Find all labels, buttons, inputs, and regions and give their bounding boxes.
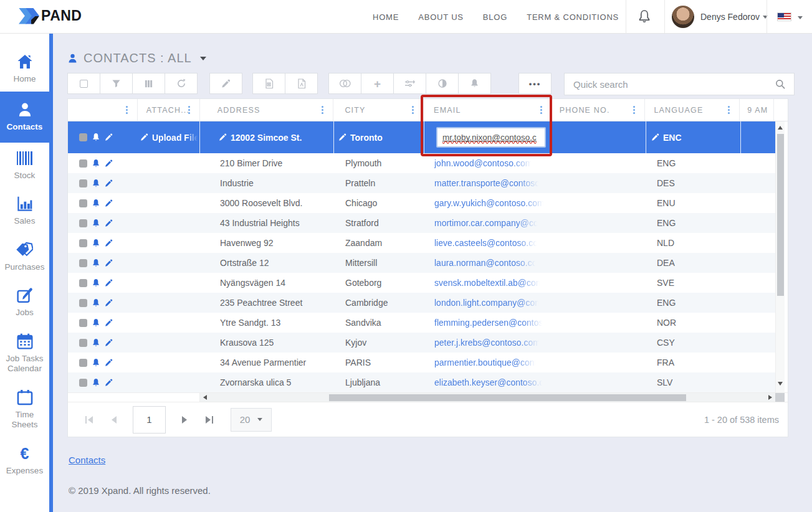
- add-record-button[interactable]: +: [361, 73, 394, 94]
- row-checkbox[interactable]: [79, 133, 87, 141]
- bell-icon[interactable]: [92, 258, 100, 268]
- bell-icon[interactable]: [92, 199, 100, 208]
- pencil-icon[interactable]: [105, 339, 113, 347]
- email-link[interactable]: peter.j.krebs@contoso.com: [434, 338, 540, 348]
- nav-link-home[interactable]: HOME: [373, 12, 399, 22]
- pencil-icon[interactable]: [105, 299, 113, 307]
- upload-file-cell[interactable]: Upload File: [138, 121, 200, 153]
- scroll-left-icon[interactable]: [203, 395, 207, 400]
- header-attachments[interactable]: ATTACH...: [138, 99, 200, 121]
- language-cell[interactable]: ENC: [646, 121, 741, 153]
- view-switch-caret-icon[interactable]: [200, 57, 206, 60]
- pencil-icon[interactable]: [105, 359, 113, 367]
- email-input[interactable]: mr.toby.nixon@contoso.c: [436, 127, 546, 148]
- sidebar-item-job-tasks-calendar[interactable]: Job Tasks Calendar: [0, 326, 49, 382]
- add-filter-settings-button[interactable]: [393, 73, 426, 94]
- pencil-icon[interactable]: [105, 219, 113, 227]
- bell-icon[interactable]: [92, 278, 100, 288]
- scroll-up-icon[interactable]: [778, 126, 783, 130]
- row-checkbox[interactable]: [79, 179, 87, 187]
- sidebar-item-contacts[interactable]: Contacts: [0, 92, 49, 142]
- header-email[interactable]: EMAIL: [424, 99, 552, 121]
- row-checkbox[interactable]: [79, 199, 87, 207]
- user-name[interactable]: Denys Fedorov: [700, 12, 760, 22]
- notifications-bell-icon[interactable]: [638, 9, 651, 27]
- current-page-button[interactable]: 1: [133, 406, 166, 434]
- first-page-button[interactable]: [77, 407, 102, 432]
- nav-link-terms[interactable]: TERM & CONDITIONS: [527, 12, 619, 22]
- bell-icon[interactable]: [92, 318, 100, 328]
- phone-cell[interactable]: [553, 121, 646, 153]
- email-link[interactable]: gary.w.yukich@contoso.com: [434, 198, 545, 208]
- row-checkbox[interactable]: [79, 159, 87, 168]
- sidebar-item-home[interactable]: Home: [0, 46, 49, 92]
- header-9am[interactable]: 9 AM: [740, 99, 774, 121]
- column-menu-icon[interactable]: [126, 109, 128, 111]
- user-avatar[interactable]: [672, 6, 694, 28]
- search-input[interactable]: [565, 79, 775, 90]
- pencil-icon[interactable]: [105, 259, 113, 267]
- filter-button[interactable]: [100, 73, 133, 94]
- toggle-view-button[interactable]: [328, 73, 361, 94]
- previous-page-button[interactable]: [102, 407, 127, 432]
- row-checkbox[interactable]: [79, 359, 87, 367]
- pencil-icon[interactable]: [105, 379, 113, 387]
- bell-icon[interactable]: [92, 338, 100, 348]
- column-menu-icon[interactable]: [412, 109, 414, 111]
- bell-icon[interactable]: [92, 358, 100, 367]
- city-cell[interactable]: Toronto: [334, 121, 424, 153]
- header-city[interactable]: CITY: [333, 99, 424, 121]
- last-page-button[interactable]: [197, 407, 222, 432]
- bell-icon[interactable]: [92, 378, 100, 387]
- sidebar-item-sales[interactable]: Sales: [0, 188, 49, 234]
- footer-contacts-link[interactable]: Contacts: [69, 455, 105, 465]
- email-link[interactable]: elizabeth.keyser@contoso.c: [434, 377, 543, 387]
- sidebar-item-purchases[interactable]: Purchases: [0, 234, 49, 280]
- pencil-icon[interactable]: [105, 279, 113, 287]
- row-checkbox[interactable]: [79, 259, 87, 267]
- scroll-down-icon[interactable]: [778, 382, 783, 386]
- email-link[interactable]: flemming.pedersen@contos: [434, 318, 543, 328]
- bell-icon[interactable]: [92, 239, 100, 248]
- next-page-button[interactable]: [172, 407, 197, 432]
- edit-button[interactable]: [209, 73, 242, 94]
- alerts-button[interactable]: [458, 73, 491, 94]
- row-checkbox[interactable]: [79, 339, 87, 347]
- column-menu-icon[interactable]: [633, 109, 635, 111]
- bell-icon[interactable]: [92, 298, 100, 308]
- email-link[interactable]: lieve.casteels@contoso.co: [434, 238, 538, 248]
- pencil-icon[interactable]: [105, 239, 113, 247]
- language-flag-icon[interactable]: [777, 12, 791, 21]
- vertical-scrollbar[interactable]: [775, 121, 785, 392]
- nav-link-about-us[interactable]: ABOUT US: [418, 12, 464, 22]
- email-link[interactable]: mortimor.car.company@co: [434, 218, 538, 228]
- search-icon[interactable]: [775, 79, 786, 90]
- bell-icon[interactable]: [92, 133, 100, 142]
- pencil-icon[interactable]: [105, 133, 113, 141]
- column-menu-icon[interactable]: [728, 109, 730, 111]
- column-menu-icon[interactable]: [322, 109, 323, 111]
- vertical-scrollbar-thumb[interactable]: [777, 134, 784, 296]
- sidebar-item-expenses[interactable]: € Expenses: [0, 438, 49, 483]
- scroll-right-icon[interactable]: [768, 395, 772, 400]
- column-menu-icon[interactable]: [540, 109, 542, 111]
- row-checkbox[interactable]: [79, 379, 87, 387]
- email-link[interactable]: parmentier.boutique@cont: [434, 358, 537, 367]
- row-checkbox[interactable]: [79, 299, 87, 307]
- row-checkbox[interactable]: [79, 239, 87, 247]
- email-link[interactable]: john.wood@contoso.com: [434, 158, 532, 168]
- xpand-logo[interactable]: PAND: [19, 7, 82, 24]
- contrast-button[interactable]: [426, 73, 459, 94]
- nav-link-blog[interactable]: BLOG: [483, 12, 507, 22]
- bell-icon[interactable]: [92, 219, 100, 228]
- email-link[interactable]: matter.transporte@contoso: [434, 178, 540, 188]
- bell-icon[interactable]: [92, 179, 100, 188]
- export-excel-button[interactable]: [252, 73, 285, 94]
- row-checkbox[interactable]: [79, 219, 87, 227]
- row-checkbox[interactable]: [79, 279, 87, 287]
- header-phone[interactable]: PHONE NO.: [552, 99, 646, 121]
- export-pdf-button[interactable]: [285, 73, 318, 94]
- sidebar-item-jobs[interactable]: Jobs: [0, 280, 49, 325]
- pencil-icon[interactable]: [105, 319, 113, 327]
- header-language[interactable]: LANGUAGE: [645, 99, 740, 121]
